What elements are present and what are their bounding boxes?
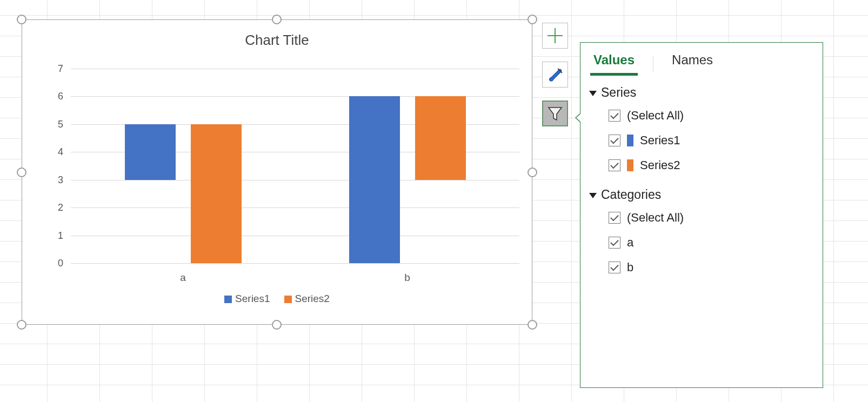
resize-handle-br[interactable] (528, 320, 537, 330)
category-item-label: a (627, 236, 633, 250)
categories-select-all-row[interactable]: (Select All) (580, 205, 823, 230)
resize-handle-tr[interactable] (528, 15, 537, 24)
filter-panel-tabs: Values Names (580, 43, 823, 76)
resize-handle-mr[interactable] (528, 168, 537, 177)
resize-handle-tm[interactable] (272, 15, 282, 24)
legend-item[interactable]: Series2 (284, 293, 330, 305)
y-tick-label: 2 (58, 202, 63, 213)
category-item-row[interactable]: a (580, 230, 823, 255)
chart-filters-button[interactable] (542, 100, 568, 126)
categories-group-header[interactable]: Categories (580, 178, 823, 205)
checkbox[interactable] (609, 135, 620, 146)
y-tick-label: 0 (58, 258, 63, 269)
legend-swatch (284, 296, 292, 303)
y-tick-label: 5 (58, 118, 63, 130)
checkbox[interactable] (609, 212, 620, 224)
category-item-row[interactable]: b (580, 255, 823, 280)
checkbox[interactable] (609, 262, 620, 273)
series-color-swatch (627, 159, 633, 171)
collapse-triangle-icon (589, 193, 597, 198)
resize-handle-bl[interactable] (17, 320, 26, 330)
categories-select-all-label: (Select All) (627, 211, 684, 225)
tab-names[interactable]: Names (669, 50, 716, 76)
plot-area[interactable]: 01234567 (49, 69, 519, 263)
bar[interactable] (125, 124, 176, 180)
y-tick-label: 4 (58, 146, 63, 158)
chart-elements-button[interactable] (542, 23, 568, 49)
series-item-label: Series1 (640, 133, 680, 148)
series-color-swatch (627, 135, 633, 146)
series-item-row[interactable]: Series1 (580, 128, 823, 153)
collapse-triangle-icon (589, 91, 597, 96)
legend-item[interactable]: Series1 (224, 293, 270, 305)
bar[interactable] (191, 124, 242, 263)
chart-filter-panel: Values Names Series (Select All) Series1… (580, 42, 823, 388)
categories-group-label: Categories (601, 187, 661, 202)
bar[interactable] (415, 96, 466, 179)
y-axis: 01234567 (49, 69, 69, 263)
series-select-all-row[interactable]: (Select All) (580, 103, 823, 128)
y-tick-label: 1 (58, 230, 63, 241)
category-item-label: b (627, 260, 633, 274)
category-group (349, 96, 466, 263)
chart-object[interactable]: Chart Title 01234567 ab Series1Series2 (22, 19, 532, 325)
bar[interactable] (349, 96, 400, 263)
legend-label: Series2 (295, 293, 330, 304)
chart-styles-button[interactable] (542, 62, 568, 88)
checkbox[interactable] (609, 159, 620, 171)
bars-region (71, 69, 519, 263)
checkbox[interactable] (609, 237, 620, 249)
y-tick-label: 7 (58, 63, 63, 75)
legend-swatch (224, 296, 232, 303)
gridline (71, 263, 519, 264)
plus-icon (546, 26, 564, 45)
y-tick-label: 6 (58, 91, 63, 102)
legend-label: Series1 (235, 293, 270, 304)
checkbox[interactable] (609, 110, 620, 122)
series-item-row[interactable]: Series2 (580, 153, 823, 178)
x-axis-labels: ab (49, 269, 516, 285)
tab-values[interactable]: Values (590, 50, 638, 76)
x-tick-label: a (180, 272, 186, 284)
series-item-label: Series2 (640, 158, 680, 172)
resize-handle-bm[interactable] (272, 320, 282, 330)
series-group-header[interactable]: Series (580, 76, 823, 103)
chart-side-tools (542, 23, 568, 126)
series-select-all-label: (Select All) (627, 109, 684, 123)
funnel-icon (547, 105, 563, 122)
resize-handle-tl[interactable] (17, 15, 26, 24)
category-group (125, 124, 242, 263)
x-tick-label: b (404, 272, 410, 284)
series-group-label: Series (601, 85, 636, 100)
tab-divider (653, 56, 653, 72)
resize-handle-ml[interactable] (17, 168, 26, 177)
y-tick-label: 3 (58, 174, 63, 185)
chart-legend[interactable]: Series1Series2 (22, 293, 532, 305)
paintbrush-icon (546, 65, 564, 84)
